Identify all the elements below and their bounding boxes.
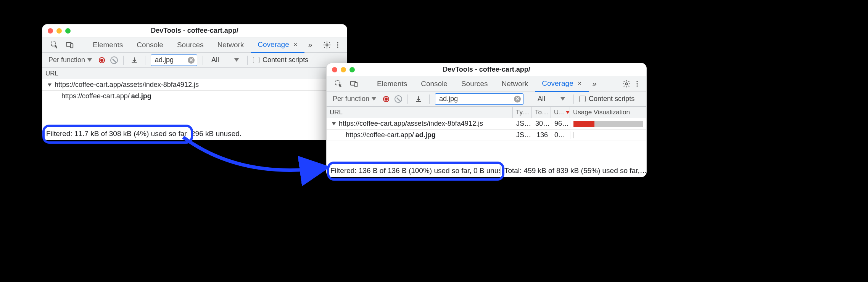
type-label: All — [211, 56, 219, 64]
content-scripts-toggle[interactable]: Content scripts — [253, 56, 308, 64]
tab-sources[interactable]: Sources — [454, 76, 495, 91]
col-total[interactable]: To… — [532, 107, 551, 118]
svg-point-11 — [636, 81, 638, 82]
separator — [529, 95, 529, 104]
checkbox-icon — [253, 57, 259, 63]
svg-point-10 — [625, 83, 628, 85]
status-bar: Filtered: 11.7 kB of 308 kB (4%) used so… — [42, 127, 347, 140]
url-prefix: https://coffee-cart.app/ — [346, 131, 414, 139]
table-row[interactable]: https://coffee-cart.app/assets/index-8bf… — [42, 79, 347, 91]
tab-coverage[interactable]: Coverage × — [251, 37, 304, 53]
chevron-down-icon — [372, 97, 376, 101]
devtools-window-before: DevTools - coffee-cart.app/ Elements Con… — [42, 24, 347, 140]
settings-icon[interactable] — [621, 79, 632, 89]
separator — [573, 95, 574, 104]
content-scripts-toggle[interactable]: Content scripts — [579, 95, 634, 103]
table-body: https://coffee-cart.app/assets/index-8bf… — [327, 118, 646, 141]
tab-elements[interactable]: Elements — [86, 37, 130, 53]
table-row[interactable]: https://coffee-cart.app/assets/index-8bf… — [327, 118, 646, 130]
window-title: DevTools - coffee-cart.app/ — [48, 27, 341, 35]
more-options-icon[interactable] — [332, 40, 343, 50]
cell-total: 136 — [532, 130, 551, 140]
device-toolbar-icon[interactable] — [349, 79, 359, 89]
more-options-icon[interactable] — [632, 79, 643, 89]
url-prefix: https://coffee-cart.app/ — [61, 92, 130, 100]
granularity-label: Per function — [48, 56, 85, 64]
tab-network[interactable]: Network — [495, 76, 535, 91]
url-filter-input[interactable]: ad.jpg ✕ — [151, 54, 197, 66]
disclosure-icon[interactable] — [48, 83, 52, 87]
granularity-select[interactable]: Per function — [331, 95, 378, 103]
clear-filter-icon[interactable]: ✕ — [514, 96, 521, 103]
more-tabs-icon[interactable]: » — [589, 79, 599, 88]
tab-console[interactable]: Console — [414, 76, 454, 91]
type-filter-select[interactable]: All — [535, 95, 568, 103]
devtools-window-after: DevTools - coffee-cart.app/ Elements Con… — [326, 63, 647, 177]
tab-coverage[interactable]: Coverage × — [535, 76, 588, 92]
separator — [429, 95, 430, 104]
svg-point-3 — [326, 44, 328, 46]
granularity-label: Per function — [333, 95, 369, 103]
more-tabs-icon[interactable]: » — [304, 40, 315, 49]
col-unused[interactable]: U… — [551, 107, 570, 118]
chevron-down-icon — [234, 58, 239, 62]
close-tab-icon[interactable]: × — [293, 41, 298, 48]
url-match: ad.jpg — [131, 92, 151, 100]
coverage-toolbar: Per function ad.jpg ✕ All Content script… — [42, 53, 347, 68]
record-icon[interactable] — [383, 96, 389, 102]
cell-type: JS… — [513, 119, 532, 128]
separator — [145, 56, 145, 65]
svg-point-6 — [337, 46, 338, 48]
clear-icon[interactable] — [395, 95, 402, 103]
separator — [247, 56, 248, 65]
svg-point-5 — [337, 44, 338, 45]
tab-console[interactable]: Console — [130, 37, 170, 53]
cell-total: 30… — [532, 119, 551, 128]
export-icon[interactable] — [129, 55, 140, 66]
url-text: https://coffee-cart.app/assets/index-8bf… — [339, 120, 483, 128]
annotation-arrow-icon — [172, 133, 340, 187]
separator — [407, 95, 408, 104]
tabbar: Elements Console Sources Network Coverag… — [42, 37, 347, 53]
cell-unused: 96… — [551, 119, 570, 128]
inspect-element-icon[interactable] — [49, 40, 60, 50]
tab-elements[interactable]: Elements — [370, 76, 414, 91]
inspect-element-icon[interactable] — [333, 79, 344, 89]
titlebar: DevTools - coffee-cart.app/ — [327, 63, 646, 76]
window-title: DevTools - coffee-cart.app/ — [332, 66, 641, 74]
col-usage-viz[interactable]: Usage Visualization — [570, 107, 646, 118]
status-filtered: Filtered: 11.7 kB of 308 kB (4%) used so… — [42, 130, 187, 138]
titlebar: DevTools - coffee-cart.app/ — [42, 24, 347, 37]
export-icon[interactable] — [413, 94, 424, 104]
coverage-toolbar: Per function ad.jpg ✕ All Content script… — [327, 91, 646, 107]
device-toolbar-icon[interactable] — [64, 40, 75, 50]
settings-icon[interactable] — [322, 40, 332, 50]
col-url[interactable]: URL — [42, 68, 347, 79]
sort-desc-icon — [566, 111, 570, 114]
clear-icon[interactable] — [110, 56, 118, 64]
col-url[interactable]: URL — [327, 107, 513, 118]
col-type[interactable]: Ty… — [513, 107, 532, 118]
clear-filter-icon[interactable]: ✕ — [188, 57, 195, 64]
close-tab-icon[interactable]: × — [578, 80, 582, 87]
url-text: https://coffee-cart.app/assets/index-8bf… — [55, 81, 199, 89]
svg-point-4 — [337, 42, 338, 43]
table-row[interactable]: https://coffee-cart.app/ad.jpg JS… 136 0… — [327, 130, 646, 141]
table-header: URL — [42, 68, 347, 79]
url-match: ad.jpg — [415, 131, 436, 139]
tab-network[interactable]: Network — [211, 37, 251, 53]
filter-value: ad.jpg — [439, 95, 466, 103]
svg-rect-9 — [355, 82, 357, 87]
table-row[interactable]: https://coffee-cart.app/ad.jpg — [42, 91, 347, 102]
separator — [123, 56, 124, 65]
status-filtered: Filtered: 136 B of 136 B (100%) used so … — [327, 167, 501, 175]
checkbox-icon — [579, 96, 586, 102]
granularity-select[interactable]: Per function — [47, 56, 93, 64]
type-filter-select[interactable]: All — [208, 56, 242, 64]
record-icon[interactable] — [99, 57, 105, 63]
tab-sources[interactable]: Sources — [170, 37, 211, 53]
svg-point-12 — [636, 83, 638, 84]
url-filter-input[interactable]: ad.jpg ✕ — [435, 93, 523, 105]
table-body: https://coffee-cart.app/assets/index-8bf… — [42, 79, 347, 102]
disclosure-icon[interactable] — [332, 122, 336, 125]
